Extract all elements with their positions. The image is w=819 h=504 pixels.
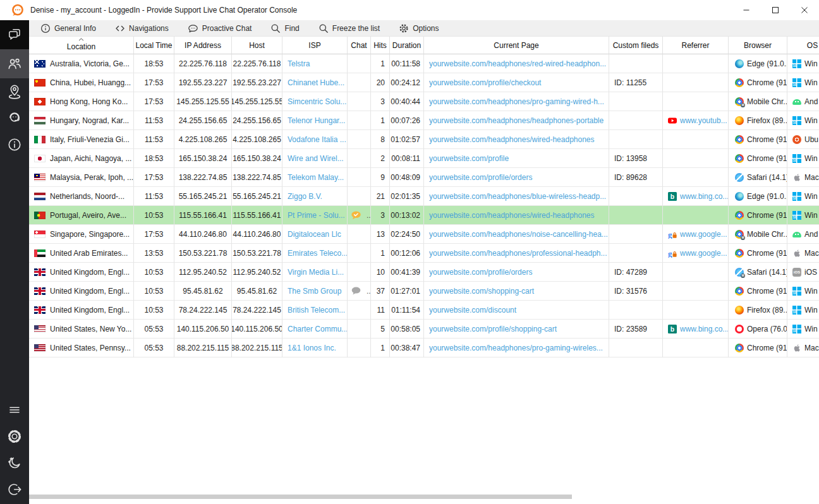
sidebar-item-operator[interactable]	[0, 105, 29, 131]
cell-referrer[interactable]: gwww.google...	[663, 244, 729, 263]
column-header-local-time[interactable]: Local Time	[134, 37, 174, 54]
isp-link[interactable]: Telstra	[288, 59, 310, 68]
current-page-link[interactable]: yourwebsite.com/profile/orders	[429, 268, 532, 277]
isp-link[interactable]: Chinanet Hube...	[288, 78, 344, 87]
table-row[interactable]: Italy, Friuli-Venezia Gi...11:534.225.10…	[29, 130, 819, 149]
cell-isp[interactable]: Ziggo B.V.	[282, 187, 348, 206]
isp-link[interactable]: Wire and Wirel...	[288, 154, 344, 163]
cell-chat[interactable]: ...	[348, 282, 371, 301]
general-info-button[interactable]: General Info	[40, 23, 96, 33]
cell-referrer[interactable]: gwww.google...	[663, 225, 729, 244]
close-button[interactable]	[790, 0, 819, 20]
cell-isp[interactable]: Pt Prime - Solu...	[282, 206, 348, 225]
column-header-duration[interactable]: Duration	[390, 37, 424, 54]
referrer-link[interactable]: www.google...	[680, 249, 727, 258]
cell-isp[interactable]: British Telecom...	[282, 301, 348, 320]
sidebar-item-geo-location[interactable]	[0, 78, 29, 105]
referrer-link[interactable]: www.bing.co...	[680, 192, 729, 201]
cell-isp[interactable]: 1&1 Ionos Inc.	[282, 339, 348, 357]
cell-current-page[interactable]: yourwebsite.com/headphones/pro-gaming-wi…	[424, 339, 609, 357]
cell-current-page[interactable]: yourwebsite.com/headphones/pro-gaming-wi…	[424, 92, 609, 111]
chat-active-icon[interactable]	[348, 211, 365, 220]
cell-current-page[interactable]: yourwebsite.com/profile/orders	[424, 263, 609, 282]
column-header-host[interactable]: Host	[232, 37, 282, 54]
freeze-list-button[interactable]: Freeze the list	[318, 23, 380, 33]
isp-link[interactable]: The Smb Group	[288, 287, 341, 296]
isp-link[interactable]: Pt Prime - Solu...	[288, 211, 345, 220]
maximize-button[interactable]	[761, 0, 790, 20]
horizontal-scrollbar-track[interactable]	[29, 493, 819, 500]
isp-link[interactable]: Charter Commu...	[288, 325, 348, 333]
find-button[interactable]: Find	[270, 23, 299, 33]
sidebar-item-info[interactable]	[0, 131, 29, 158]
cell-current-page[interactable]: yourwebsite.com/headphones/blue-wireless…	[424, 187, 609, 206]
cell-current-page[interactable]: yourwebsite.com/profile	[424, 149, 609, 168]
sidebar-item-logout[interactable]	[0, 477, 29, 501]
cell-isp[interactable]: Wire and Wirel...	[282, 149, 348, 168]
table-row[interactable]: Singapore, Singapore...17:5344.110.246.8…	[29, 225, 819, 244]
sidebar-item-visitors[interactable]	[0, 49, 29, 78]
isp-link[interactable]: Digitalocean Llc	[288, 230, 341, 239]
table-row[interactable]: China, Hubei, Huangg...17:53192.55.23.22…	[29, 73, 819, 92]
current-page-link[interactable]: yourwebsite.com/headphones/noise-cancell…	[429, 230, 608, 239]
column-header-isp[interactable]: ISP	[282, 37, 348, 54]
current-page-link[interactable]: yourwebsite.com/headphones/wired-headpho…	[429, 211, 595, 220]
referrer-link[interactable]: www.bing.co...	[680, 325, 729, 333]
chat-ended-icon[interactable]	[348, 287, 365, 296]
navigations-button[interactable]: Navigations	[115, 23, 169, 33]
isp-link[interactable]: Telekom Malay...	[288, 173, 344, 182]
current-page-link[interactable]: yourwebsite.com/headphones/pro-gaming-wi…	[429, 97, 604, 106]
cell-isp[interactable]: Vodafone Italia ...	[282, 130, 348, 149]
table-row[interactable]: United Kingdom, Engl...10:5378.24.222.14…	[29, 301, 819, 320]
table-row[interactable]: United Kingdom, Engl...10:5395.45.81.629…	[29, 282, 819, 301]
horizontal-scrollbar-thumb[interactable]	[29, 495, 572, 499]
current-page-link[interactable]: yourwebsite.com/headphones/professional-…	[429, 249, 607, 258]
cell-current-page[interactable]: yourwebsite.com/headphones/wired-headpho…	[424, 130, 609, 149]
table-row[interactable]: Australia, Victoria, Ge...18:5322.225.76…	[29, 54, 819, 73]
cell-current-page[interactable]: yourwebsite.com/profile/checkout	[424, 73, 609, 92]
table-row[interactable]: Japan, Aichi, Nagoya, ...18:53165.150.38…	[29, 149, 819, 168]
cell-current-page[interactable]: yourwebsite.com/headphones/wired-headpho…	[424, 206, 609, 225]
column-header-location[interactable]: Location	[29, 37, 134, 54]
current-page-link[interactable]: yourwebsite.com/profile/checkout	[429, 78, 541, 87]
column-header-chat[interactable]: Chat	[348, 37, 371, 54]
column-header-referrer[interactable]: Referrer	[663, 37, 729, 54]
table-row[interactable]: Portugal, Aveiro, Ave...10:53115.55.166.…	[29, 206, 819, 225]
current-page-link[interactable]: yourwebsite.com/headphones/red-wired-hea…	[429, 59, 606, 68]
cell-isp[interactable]: Telenor Hungar...	[282, 111, 348, 130]
cell-current-page[interactable]: yourwebsite.com/headphones/headphones-po…	[424, 111, 609, 130]
column-header-browser[interactable]: Browser	[729, 37, 787, 54]
column-header-ip-address[interactable]: IP Address	[174, 37, 232, 54]
table-row[interactable]: Hong Kong, Hong Ko...17:53145.255.125.55…	[29, 92, 819, 111]
cell-isp[interactable]: Telstra	[282, 54, 348, 73]
cell-referrer[interactable]: bwww.bing.co...	[663, 320, 729, 339]
isp-link[interactable]: 1&1 Ionos Inc.	[288, 344, 336, 352]
current-page-link[interactable]: yourwebsite.com/profile/orders	[429, 173, 532, 182]
current-page-link[interactable]: yourwebsite.com/profile	[429, 154, 509, 163]
cell-chat[interactable]: ...	[348, 206, 371, 225]
isp-link[interactable]: Virgin Media Li...	[288, 268, 344, 277]
column-header-hits[interactable]: Hits	[371, 37, 390, 54]
column-header-custom-fields[interactable]: Custom fileds	[609, 37, 663, 54]
cell-isp[interactable]: Digitalocean Llc	[282, 225, 348, 244]
minimize-button[interactable]	[732, 0, 761, 20]
current-page-link[interactable]: yourwebsite.com/headphones/headphones-po…	[429, 116, 604, 125]
cell-current-page[interactable]: yourwebsite.com/headphones/noise-cancell…	[424, 225, 609, 244]
cell-current-page[interactable]: yourwebsite.com/discount	[424, 301, 609, 320]
isp-link[interactable]: Simcentric Solu...	[288, 97, 346, 106]
cell-isp[interactable]: Simcentric Solu...	[282, 92, 348, 111]
cell-isp[interactable]: Chinanet Hube...	[282, 73, 348, 92]
referrer-link[interactable]: www.youtub...	[680, 116, 727, 125]
cell-current-page[interactable]: yourwebsite.com/shopping-cart	[424, 282, 609, 301]
sidebar-item-dark-mode[interactable]	[0, 451, 29, 475]
table-row[interactable]: United States, Pennsy...05:5388.202.215.…	[29, 339, 819, 357]
options-button[interactable]: Options	[399, 23, 439, 33]
sidebar-item-settings[interactable]	[0, 424, 29, 448]
current-page-link[interactable]: yourwebsite.com/profile/shopping-cart	[429, 325, 557, 333]
cell-isp[interactable]: Virgin Media Li...	[282, 263, 348, 282]
table-row[interactable]: United States, New Yo...05:53140.115.206…	[29, 320, 819, 339]
sidebar-item-menu[interactable]	[0, 398, 29, 422]
cell-current-page[interactable]: yourwebsite.com/headphones/professional-…	[424, 244, 609, 263]
current-page-link[interactable]: yourwebsite.com/headphones/wired-headpho…	[429, 135, 595, 144]
cell-isp[interactable]: Emirates Teleco...	[282, 244, 348, 263]
